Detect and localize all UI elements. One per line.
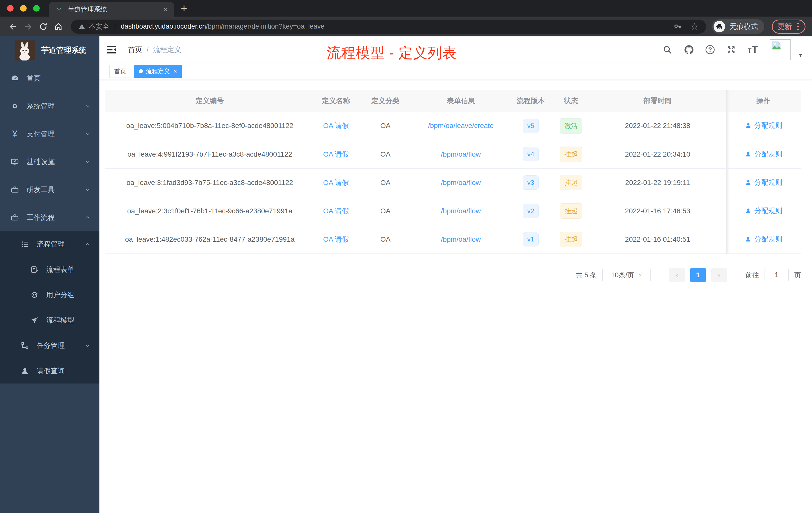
pagination: 共 5 条 10条/页 ˅ ‹ 1 › 前往 页	[106, 268, 801, 282]
cell-definition-id: oa_leave:1:482ec033-762a-11ec-8477-a2380…	[106, 225, 314, 253]
goto-label: 前往	[746, 271, 759, 280]
form-edit-icon	[30, 265, 39, 274]
breadcrumb-home[interactable]: 首页	[128, 45, 142, 55]
fullscreen-icon[interactable]	[726, 45, 736, 55]
user-group-icon	[30, 290, 39, 300]
address-bar[interactable]: 不安全 dashboard.yudao.iocoder.cn /bpm/mana…	[71, 20, 706, 34]
form-info-link[interactable]: /bpm/oa/flow	[441, 179, 481, 186]
sidebar-item-infrastructure[interactable]: 基础设施	[0, 148, 99, 176]
assign-rule-link[interactable]: 分配规则	[745, 206, 782, 216]
browser-tab[interactable]: 芋道管理系统 ×	[49, 2, 174, 17]
breadcrumb: 首页 / 流程定义	[128, 45, 181, 55]
home-button[interactable]	[52, 21, 65, 33]
gear-icon	[10, 101, 20, 111]
sidebar-item-label: 研发工具	[27, 185, 55, 194]
assign-rule-link[interactable]: 分配规则	[745, 178, 782, 187]
definition-name-link[interactable]: OA 请假	[323, 122, 349, 129]
sidebar-item-home[interactable]: 首页	[0, 64, 99, 92]
sidebar-item-process-model[interactable]: 流程模型	[0, 307, 99, 333]
status-badge: 挂起	[560, 232, 582, 247]
search-icon[interactable]	[662, 45, 672, 55]
avatar[interactable]	[770, 39, 791, 60]
current-page-button[interactable]: 1	[690, 268, 706, 282]
tag-home[interactable]: 首页	[110, 65, 131, 78]
definition-name-link[interactable]: OA 请假	[323, 179, 349, 186]
tab-close-icon[interactable]: ×	[161, 4, 170, 14]
toolbox-icon	[10, 213, 20, 222]
cell-category: OA	[358, 225, 413, 253]
sidebar-item-process-form[interactable]: 流程表单	[0, 257, 99, 282]
chevron-down-icon: ˅	[638, 272, 642, 278]
sidebar-item-devtools[interactable]: 研发工具	[0, 176, 99, 204]
table-row: oa_leave:3:1fad3d93-7b75-11ec-a3c8-acde4…	[106, 169, 801, 197]
next-page-button[interactable]: ›	[711, 268, 727, 282]
definition-name-link[interactable]: OA 请假	[323, 235, 349, 243]
sidebar-item-label: 基础设施	[27, 157, 55, 167]
sidebar-item-label: 流程表单	[46, 265, 74, 274]
sidebar-item-user-group[interactable]: 用户分组	[0, 282, 99, 307]
col-definition-category: 定义分类	[358, 90, 413, 112]
form-info-link[interactable]: /bpm/oa/leave/create	[428, 122, 494, 129]
assign-rule-link[interactable]: 分配规则	[745, 121, 782, 130]
form-info-link[interactable]: /bpm/oa/flow	[441, 207, 481, 215]
chevron-down-icon	[84, 186, 91, 193]
active-tag-dot	[139, 69, 143, 73]
browser-window: 芋道管理系统 × + 不安全 dashboard.yudao.iocoder.c…	[0, 0, 812, 513]
bookmark-star-icon[interactable]: ☆	[691, 22, 698, 31]
traffic-lights	[0, 5, 47, 11]
cell-deploy-time: 2022-01-22 19:19:11	[589, 169, 726, 197]
col-status: 状态	[553, 90, 589, 112]
browser-update-button[interactable]: 更新	[772, 20, 806, 34]
minimize-window-button[interactable]	[20, 5, 27, 11]
new-tab-button[interactable]: +	[181, 3, 187, 14]
form-info-link[interactable]: /bpm/oa/flow	[441, 235, 481, 243]
close-window-button[interactable]	[7, 5, 13, 11]
password-key-icon[interactable]	[673, 22, 682, 31]
browser-menu-icon[interactable]	[796, 23, 800, 30]
page-size-value: 10条/页	[611, 271, 634, 280]
cell-category: OA	[358, 112, 413, 140]
version-badge: v4	[523, 147, 538, 161]
assign-rule-link[interactable]: 分配规则	[745, 149, 782, 159]
assign-rule-link[interactable]: 分配规则	[745, 234, 782, 244]
definition-name-link[interactable]: OA 请假	[323, 150, 349, 158]
github-icon[interactable]	[684, 45, 694, 55]
list-tree-icon	[20, 239, 30, 249]
page-size-select[interactable]: 10条/页 ˅	[602, 268, 650, 282]
chevron-down-icon	[84, 159, 91, 165]
tag-process-definition[interactable]: 流程定义 ×	[134, 65, 182, 78]
table-row: oa_leave:2:3c1f0ef1-76b1-11ec-9c66-a2380…	[106, 197, 801, 225]
sidebar-item-label: 流程管理	[37, 239, 65, 249]
sidebar-item-label: 工作流程	[27, 213, 55, 222]
table-row: oa_leave:5:004b710b-7b8a-11ec-8ef0-acde4…	[106, 112, 801, 140]
sidebar-item-system[interactable]: 系统管理	[0, 92, 99, 120]
url-path: /bpm/manager/definition?key=oa_leave	[206, 23, 324, 30]
help-icon[interactable]: ?	[705, 45, 715, 54]
forward-button[interactable]	[22, 21, 35, 33]
security-label[interactable]: 不安全	[89, 22, 109, 31]
sidebar-item-label: 流程模型	[46, 315, 74, 325]
update-label[interactable]: 更新	[778, 22, 792, 31]
tag-close-icon[interactable]: ×	[174, 68, 177, 75]
site-favicon-icon	[55, 5, 63, 13]
sidebar-item-task-management[interactable]: 任务管理	[0, 333, 99, 358]
definition-name-link[interactable]: OA 请假	[323, 207, 349, 215]
sidebar-item-label: 任务管理	[37, 341, 65, 350]
sidebar-item-leave-query[interactable]: 请假查询	[0, 358, 99, 384]
incognito-label: 无痕模式	[730, 22, 758, 31]
back-button[interactable]	[6, 21, 20, 33]
sidebar-item-workflow[interactable]: 工作流程	[0, 204, 99, 232]
prev-page-button[interactable]: ‹	[669, 268, 685, 282]
goto-page-input[interactable]	[764, 268, 789, 282]
tab-strip: 芋道管理系统 × +	[0, 0, 812, 17]
sidebar-collapse-icon[interactable]	[107, 45, 116, 54]
reload-button[interactable]	[37, 21, 50, 33]
font-size-icon[interactable]: TT	[748, 44, 758, 55]
form-info-link[interactable]: /bpm/oa/flow	[441, 150, 481, 158]
maximize-window-button[interactable]	[33, 5, 40, 11]
avatar-caret-icon[interactable]: ▼	[798, 53, 803, 58]
monitor-icon	[10, 157, 20, 167]
sidebar-item-process-management[interactable]: 流程管理	[0, 232, 99, 257]
sidebar-item-label: 首页	[27, 73, 41, 83]
sidebar-item-payment[interactable]: ¥ 支付管理	[0, 120, 99, 148]
